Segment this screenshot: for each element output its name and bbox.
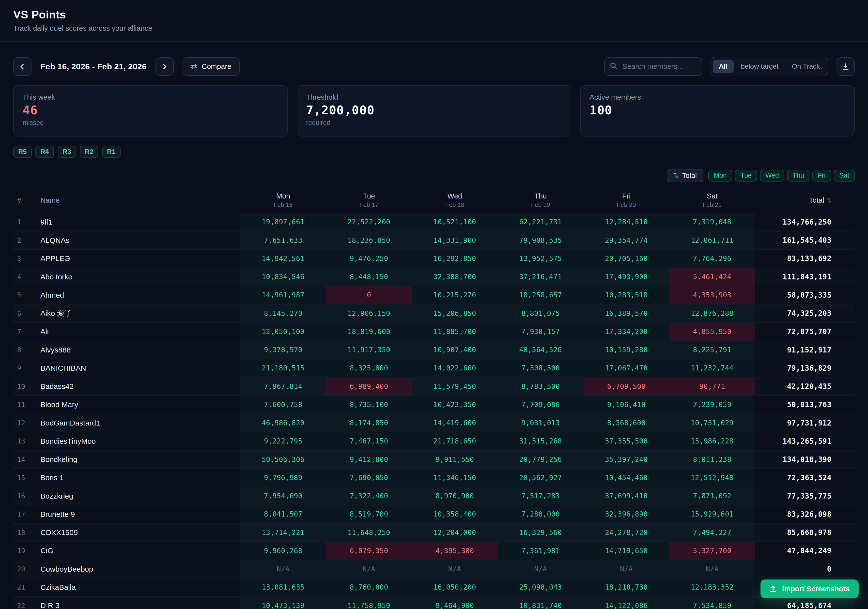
- table-row: 19lf119,897,66122,522,20010,521,10062,22…: [13, 213, 855, 231]
- table-row: 19CiG9,960,2686,079,3504,395,3007,361,98…: [13, 542, 855, 560]
- filter-tab-below-target[interactable]: below target: [735, 60, 785, 73]
- score-cell: 7,871,092: [669, 487, 755, 505]
- sort-icon: ⇅: [826, 197, 832, 204]
- score-cell: 12,183,352: [669, 578, 755, 597]
- name-cell: BANICHIBAN: [33, 359, 240, 377]
- score-cell: 5,327,700: [669, 542, 755, 560]
- score-cell: 9,412,800: [326, 450, 412, 468]
- score-cell: 10,751,029: [669, 414, 755, 432]
- score-cell: 14,022,600: [412, 359, 498, 377]
- table-row: 21CzikaBajla13,081,6358,760,00016,050,20…: [13, 578, 855, 597]
- col-sat[interactable]: SatFeb 21: [669, 192, 755, 213]
- filter-tab-all[interactable]: All: [713, 60, 734, 73]
- sort-total-button[interactable]: ⇅ Total: [667, 169, 704, 182]
- sort-day-fri[interactable]: Fri: [812, 170, 831, 182]
- col-fri[interactable]: FriFeb 20: [584, 192, 670, 213]
- rank-chip-r5[interactable]: R5: [13, 146, 32, 158]
- day-label: Fri: [584, 192, 670, 200]
- score-cell: 8,841,507: [240, 505, 326, 524]
- next-week-button[interactable]: [155, 57, 174, 76]
- score-cell: 9,106,410: [584, 395, 670, 414]
- table-row: 4Abo torke10,834,5468,448,15032,388,7003…: [13, 268, 855, 286]
- table-row: 3APPLEЭ14,942,5619,476,25016,292,85013,9…: [13, 249, 855, 268]
- col-mon[interactable]: MonFeb 16: [240, 192, 326, 213]
- score-cell: N/A: [669, 560, 755, 578]
- sort-total-label: Total: [682, 172, 697, 180]
- rank-chip-r2[interactable]: R2: [80, 146, 98, 158]
- total-cell: 72,363,524: [755, 468, 855, 487]
- sort-day-wed[interactable]: Wed: [760, 170, 784, 182]
- table-row: 9BANICHIBAN21,180,5158,325,00014,022,600…: [13, 359, 855, 377]
- score-cell: 8,368,600: [584, 414, 670, 432]
- table-row: 10Badass427,967,8146,989,40011,579,4508,…: [13, 377, 855, 395]
- rank-chip-r1[interactable]: R1: [102, 146, 121, 158]
- score-cell: 14,122,086: [584, 597, 670, 609]
- score-cell: 12,050,100: [240, 322, 326, 341]
- day-date: Feb 19: [498, 201, 584, 208]
- sort-day-tue[interactable]: Tue: [735, 170, 757, 182]
- total-cell: 77,335,775: [755, 487, 855, 505]
- table-row: 7Ali12,050,10018,819,60011,885,7007,930,…: [13, 322, 855, 341]
- score-cell: 11,648,250: [326, 524, 412, 542]
- score-cell: 8,801,075: [498, 304, 584, 322]
- rank-chip-r4[interactable]: R4: [36, 146, 54, 158]
- score-cell: 12,906,150: [326, 304, 412, 322]
- score-cell: 15,986,228: [669, 432, 755, 450]
- col-name[interactable]: Name: [33, 192, 240, 213]
- score-cell: 11,579,450: [412, 377, 498, 395]
- score-cell: 9,222,795: [240, 432, 326, 450]
- score-cell: 7,494,227: [669, 524, 755, 542]
- download-button[interactable]: [837, 57, 855, 76]
- filter-tab-on-track[interactable]: On Track: [786, 60, 826, 73]
- col-total-label: Total: [809, 196, 824, 204]
- upload-icon: [769, 585, 777, 593]
- search-box: [604, 57, 702, 76]
- sort-row: ⇅ Total MonTueWedThuFriSat: [13, 169, 855, 182]
- score-cell: 15,206,850: [412, 304, 498, 322]
- compare-arrows-icon: ⇄: [191, 62, 197, 71]
- sort-day-thu[interactable]: Thu: [787, 170, 809, 182]
- prev-week-button[interactable]: [13, 57, 31, 76]
- table-row: 22D R 310,473,13911,758,9509,464,90010,8…: [13, 597, 855, 609]
- rank-chip-r3[interactable]: R3: [58, 146, 76, 158]
- rank-cell: 13: [13, 432, 33, 450]
- sort-day-mon[interactable]: Mon: [708, 170, 732, 182]
- name-cell: Bondkeling: [33, 450, 240, 468]
- stat-card-missed: This week 46 missed: [13, 85, 288, 136]
- sort-day-sat[interactable]: Sat: [834, 170, 855, 182]
- score-cell: 11,232,744: [669, 359, 755, 377]
- col-tue[interactable]: TueFeb 17: [326, 192, 412, 213]
- total-cell: 85,668,978: [755, 524, 855, 542]
- rank-cell: 18: [13, 524, 33, 542]
- score-cell: 7,322,400: [326, 487, 412, 505]
- rank-cell: 3: [13, 249, 33, 268]
- score-cell: N/A: [412, 560, 498, 578]
- name-cell: Alvys888: [33, 341, 240, 359]
- col-wed[interactable]: WedFeb 18: [412, 192, 498, 213]
- score-cell: 7,967,814: [240, 377, 326, 395]
- name-cell: BodGamDastard1: [33, 414, 240, 432]
- score-cell: 79,908,535: [498, 231, 584, 249]
- rank-cell: 1: [13, 213, 33, 231]
- page-subtitle: Track daily duel scores across your alli…: [13, 24, 855, 33]
- search-input[interactable]: [604, 57, 702, 76]
- score-cell: 15,929,601: [669, 505, 755, 524]
- stat-card-active-members: Active members 100: [580, 85, 855, 136]
- score-cell: 8,448,150: [326, 268, 412, 286]
- compare-button[interactable]: ⇄ Compare: [183, 57, 240, 76]
- col-thu[interactable]: ThuFeb 19: [498, 192, 584, 213]
- score-cell: 4,855,950: [669, 322, 755, 341]
- filter-group: Allbelow targetOn Track: [710, 57, 828, 76]
- table-row: 13BondiesTinyMoo9,222,7957,467,15021,718…: [13, 432, 855, 450]
- score-cell: 14,419,600: [412, 414, 498, 432]
- col-total[interactable]: Total⇅: [755, 192, 855, 213]
- score-cell: 10,454,460: [584, 468, 670, 487]
- name-cell: Boris 1: [33, 468, 240, 487]
- score-cell: 46,986,820: [240, 414, 326, 432]
- name-cell: Badass42: [33, 377, 240, 395]
- stat-label: This week: [23, 93, 279, 101]
- import-screenshots-button[interactable]: Import Screenshots: [761, 580, 859, 598]
- rank-cell: 19: [13, 542, 33, 560]
- rank-cell: 4: [13, 268, 33, 286]
- score-cell: 11,346,150: [412, 468, 498, 487]
